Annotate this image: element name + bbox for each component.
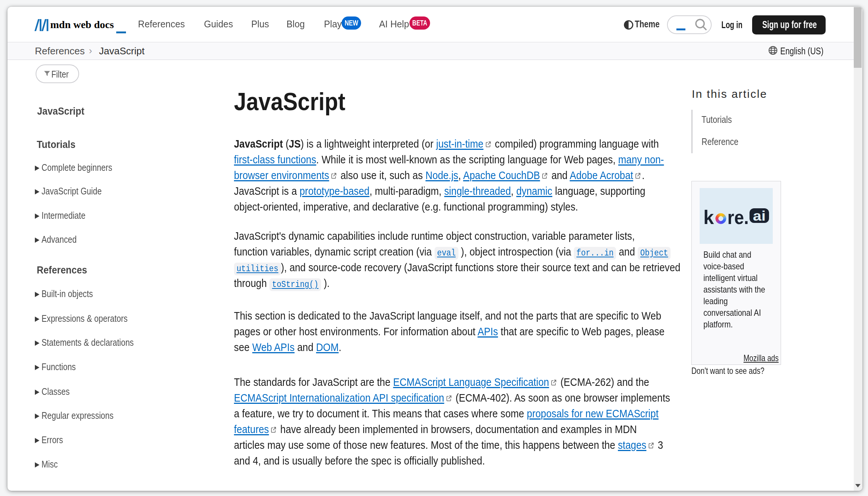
svg-text:ai: ai	[753, 208, 766, 224]
svg-text:re.: re.	[727, 207, 749, 228]
svg-text:k: k	[703, 207, 714, 228]
